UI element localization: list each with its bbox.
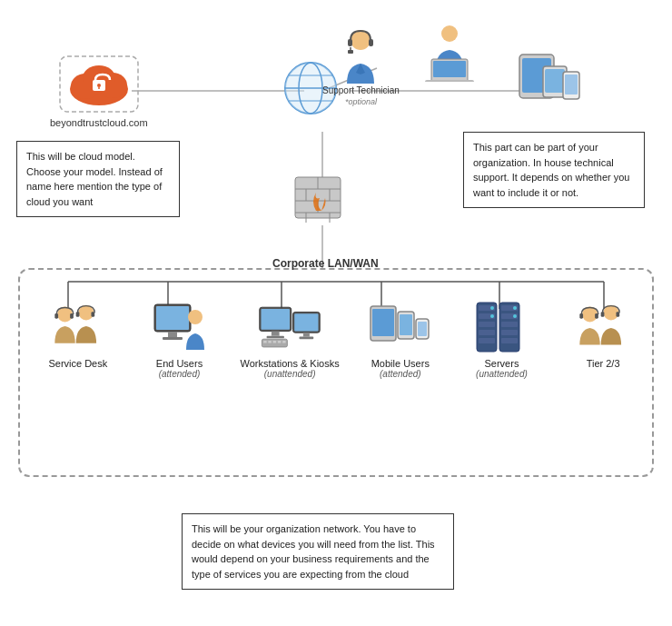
svg-point-97 (513, 314, 517, 318)
svg-rect-65 (267, 335, 284, 338)
svg-rect-77 (372, 309, 394, 336)
endpoint-workstations: Workstations & Kiosks (unattended) (231, 300, 349, 379)
svg-rect-102 (601, 312, 605, 317)
service-desk-icon (46, 300, 110, 354)
technician-icon (338, 27, 383, 84)
svg-rect-37 (348, 39, 352, 46)
diagram-container: beyondtrustcloud.com (0, 0, 672, 626)
remote-user-icon (418, 23, 481, 82)
svg-rect-64 (272, 331, 280, 335)
mobile-icon (369, 300, 432, 354)
endpoint-sublabel-1: (attended) (159, 369, 201, 379)
cloud-label: beyondtrustcloud.com (50, 117, 148, 128)
endpoint-sublabel-3: (attended) (380, 369, 421, 379)
technician-optional: *optional (345, 97, 377, 106)
end-users-icon (147, 300, 211, 354)
svg-rect-48 (545, 69, 565, 93)
svg-rect-100 (595, 313, 598, 319)
svg-rect-43 (433, 61, 466, 77)
cloud-box: beyondtrustcloud.com (50, 55, 148, 128)
svg-rect-59 (168, 332, 177, 337)
inhouse-annotation: This part can be part of your organizati… (463, 132, 645, 208)
svg-rect-53 (70, 313, 74, 319)
endpoint-label-4: Servers (485, 358, 519, 369)
lan-label: Corporate LAN/WAN (272, 257, 379, 270)
devices-icon (518, 50, 590, 100)
svg-rect-56 (91, 312, 94, 317)
network-annotation-text: This will be your organization network. … (192, 523, 435, 580)
svg-rect-95 (501, 338, 518, 343)
svg-rect-93 (501, 322, 518, 327)
firewall-box (291, 173, 345, 223)
svg-rect-85 (479, 322, 495, 327)
svg-rect-73 (294, 313, 318, 331)
svg-rect-81 (418, 322, 427, 336)
svg-rect-44 (425, 80, 474, 82)
network-annotation: This will be your organization network. … (182, 513, 454, 590)
endpoint-sublabel-4: (unattended) (476, 369, 528, 379)
svg-rect-74 (303, 333, 310, 336)
svg-rect-99 (579, 313, 583, 319)
workstations-icon (258, 300, 321, 354)
cloud-icon (58, 55, 140, 114)
endpoint-servers: Servers (unattended) (451, 300, 551, 379)
svg-rect-86 (479, 330, 495, 335)
cloud-annotation-text: This will be cloud model. Choose your mo… (26, 151, 163, 207)
endpoint-service-desk: Service Desk (28, 300, 128, 369)
endpoint-row: Service Desk End Users (attended) (27, 300, 654, 379)
inhouse-annotation-text: This part can be part of your organizati… (473, 142, 629, 198)
endpoint-sublabel-2: (unattended) (264, 369, 316, 379)
svg-rect-40 (348, 50, 353, 54)
svg-point-96 (513, 306, 517, 310)
svg-rect-67 (263, 340, 267, 343)
endpoint-label-5: Tier 2/3 (587, 358, 620, 369)
technician-box: Support Technician *optional (322, 27, 400, 106)
svg-rect-58 (156, 306, 189, 330)
svg-rect-79 (400, 314, 412, 335)
svg-rect-75 (300, 336, 314, 339)
endpoint-tier: Tier 2/3 (553, 300, 653, 369)
svg-rect-52 (54, 313, 58, 319)
firewall-icon (291, 173, 345, 223)
svg-rect-55 (75, 312, 79, 317)
devices-box (518, 50, 590, 100)
svg-rect-103 (617, 312, 620, 317)
tier-icon (571, 300, 635, 354)
svg-point-18 (97, 84, 101, 87)
svg-point-41 (441, 25, 458, 42)
remote-user-box (418, 23, 481, 82)
servers-icon (469, 300, 533, 354)
svg-rect-60 (163, 337, 183, 340)
endpoint-label-3: Mobile Users (371, 358, 430, 369)
svg-rect-69 (273, 340, 277, 343)
svg-rect-70 (278, 340, 282, 343)
endpoint-mobile: Mobile Users (attended) (351, 300, 450, 379)
svg-point-61 (188, 310, 203, 324)
svg-rect-38 (369, 39, 373, 46)
svg-rect-63 (262, 308, 291, 329)
svg-rect-71 (282, 340, 286, 343)
endpoint-label-1: End Users (156, 358, 203, 369)
svg-point-88 (490, 306, 494, 310)
technician-label: Support Technician (322, 85, 400, 95)
svg-rect-50 (565, 75, 578, 94)
endpoint-label-0: Service Desk (48, 358, 107, 369)
svg-rect-87 (479, 338, 495, 343)
cloud-annotation: This will be cloud model. Choose your mo… (16, 141, 180, 217)
endpoint-end-users: End Users (attended) (129, 300, 229, 379)
endpoint-label-2: Workstations & Kiosks (241, 358, 340, 369)
svg-rect-68 (269, 340, 272, 343)
svg-point-89 (490, 314, 494, 318)
svg-rect-94 (501, 330, 518, 335)
